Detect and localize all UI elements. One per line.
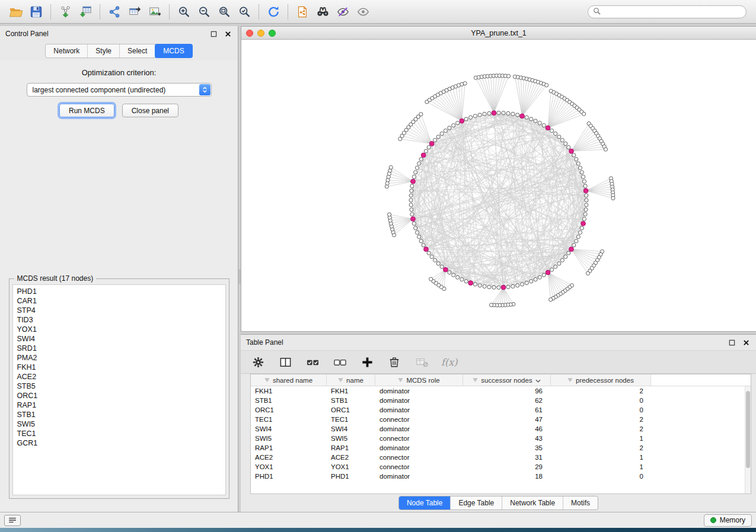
tab-node-table[interactable]: Node Table	[399, 496, 451, 509]
memory-button[interactable]: Memory	[704, 514, 752, 527]
import-table-icon[interactable]	[75, 3, 95, 21]
table-cell: STB1	[251, 397, 327, 404]
map-column-disabled-icon[interactable]	[414, 354, 429, 370]
panel-splitter[interactable]	[238, 26, 241, 512]
tab-select[interactable]: Select	[120, 44, 155, 57]
table-scrollbar[interactable]	[745, 386, 751, 493]
search-input[interactable]	[604, 8, 741, 16]
table-cell: YOX1	[251, 463, 327, 470]
column-header-successor-nodes[interactable]: successor nodes	[463, 374, 551, 386]
toolbar-separator	[50, 4, 51, 20]
optimization-criterion-label: Optimization criterion:	[82, 68, 157, 77]
column-header-name[interactable]: name	[327, 374, 375, 386]
mcds-result-item[interactable]: FKH1	[13, 363, 225, 372]
optimization-criterion-dropdown[interactable]: largest connected component (undirected)	[27, 83, 212, 97]
close-panel-button[interactable]: Close panel	[122, 104, 178, 117]
zoom-in-icon[interactable]	[174, 3, 194, 21]
mcds-result-item[interactable]: SRD1	[13, 344, 225, 353]
open-folder-icon[interactable]	[6, 3, 26, 21]
save-icon[interactable]	[26, 3, 46, 21]
close-table-panel-icon[interactable]	[741, 338, 751, 347]
mcds-result-item[interactable]: STB1	[13, 410, 225, 419]
table-row[interactable]: ORC1ORC1dominator610	[251, 405, 745, 415]
mcds-result-item[interactable]: TEC1	[13, 429, 225, 438]
mcds-result-item[interactable]: YOX1	[13, 325, 225, 334]
zoom-selected-icon[interactable]	[234, 3, 254, 21]
mcds-result-item[interactable]: STB5	[13, 382, 225, 391]
close-panel-icon[interactable]	[223, 29, 232, 39]
table-row[interactable]: PHD1PHD1dominator180	[251, 472, 745, 481]
mcds-result-item[interactable]: ACE2	[13, 372, 225, 382]
control-panel-header: Control Panel	[0, 26, 238, 41]
show-hide-icon[interactable]	[353, 3, 373, 21]
mcds-result-item[interactable]: ORC1	[13, 391, 225, 400]
table-row[interactable]: TEC1TEC1connector472	[251, 415, 745, 424]
run-mcds-button[interactable]: Run MCDS	[59, 104, 114, 117]
float-panel-icon[interactable]	[209, 29, 218, 39]
mcds-result-item[interactable]: PHD1	[13, 287, 225, 296]
table-panel-title: Table Panel	[246, 338, 283, 347]
node-table-header: shared namenameMCDS rolesuccessor nodesp…	[251, 374, 751, 386]
column-header-predecessor-nodes[interactable]: predecessor nodes	[551, 374, 651, 386]
graphics-details-icon[interactable]	[333, 3, 353, 21]
tab-mcds[interactable]: MCDS	[155, 44, 192, 58]
delete-column-icon[interactable]	[387, 354, 402, 370]
function-builder-button[interactable]: f(x)	[441, 357, 457, 368]
tab-network[interactable]: Network	[46, 44, 88, 57]
mcds-result-list[interactable]: PHD1CAR1STP4TID3YOX1SWI4SRD1PMA2FKH1ACE2…	[12, 284, 226, 495]
tab-motifs[interactable]: Motifs	[563, 496, 598, 509]
zoom-fit-icon[interactable]	[214, 3, 234, 21]
import-network-icon[interactable]	[55, 3, 75, 21]
column-header-shared-name[interactable]: shared name	[251, 374, 327, 386]
graph-edges	[411, 113, 586, 287]
table-row[interactable]: ACE2ACE2connector311	[251, 453, 745, 462]
search-network-icon[interactable]	[312, 3, 333, 21]
new-network-icon[interactable]	[104, 3, 125, 21]
main-toolbar	[0, 0, 756, 24]
mcds-result-item[interactable]: GCR1	[13, 438, 225, 448]
hamburger-icon	[8, 515, 17, 525]
tab-network-table[interactable]: Network Table	[502, 496, 563, 509]
table-row[interactable]: FKH1FKH1dominator962	[251, 386, 745, 396]
table-row[interactable]: SWI5SWI5connector431	[251, 434, 745, 443]
splitter-grip[interactable]	[238, 269, 241, 284]
mcds-result-item[interactable]: CAR1	[13, 296, 225, 306]
toolbar-separator	[169, 4, 170, 20]
mcds-result-item[interactable]: RAP1	[13, 400, 225, 410]
table-cell: 62	[463, 397, 551, 404]
export-table-icon[interactable]	[125, 3, 145, 21]
table-row[interactable]: STB1STB1dominator620	[251, 396, 745, 405]
table-cell: 46	[463, 425, 551, 432]
column-header-MCDS-role[interactable]: MCDS role	[375, 374, 463, 386]
table-row[interactable]: RAP1RAP1dominator352	[251, 443, 745, 453]
table-cell: connector	[375, 454, 463, 461]
network-canvas[interactable]	[241, 40, 756, 331]
clone-network-icon[interactable]	[292, 3, 312, 21]
table-row[interactable]: YOX1YOX1connector291	[251, 462, 745, 472]
add-column-icon[interactable]	[359, 354, 375, 370]
deselect-all-icon[interactable]	[332, 354, 347, 370]
search-box[interactable]	[588, 5, 747, 18]
toolbar-icon-group	[6, 3, 373, 21]
network-window-title: YPA_prune.txt_1	[241, 29, 756, 37]
zoom-out-icon[interactable]	[194, 3, 214, 21]
scrollbar-thumb[interactable]	[746, 391, 750, 468]
tab-edge-table[interactable]: Edge Table	[451, 496, 502, 509]
network-window-titlebar[interactable]: YPA_prune.txt_1	[241, 27, 756, 40]
select-all-icon[interactable]	[305, 354, 320, 370]
mcds-result-item[interactable]: SWI5	[13, 419, 225, 429]
table-row[interactable]: SWI4SWI4dominator462	[251, 424, 745, 434]
table-settings-icon[interactable]	[250, 354, 266, 370]
status-menu-button[interactable]	[4, 515, 21, 526]
refresh-network-icon[interactable]	[263, 3, 283, 21]
export-image-icon[interactable]	[145, 3, 165, 21]
mcds-result-item[interactable]: SWI4	[13, 334, 225, 344]
mcds-result-item[interactable]: STP4	[13, 306, 225, 315]
mcds-result-item[interactable]: TID3	[13, 315, 225, 325]
table-cell: PHD1	[251, 473, 327, 480]
mcds-result-item[interactable]: PMA2	[13, 353, 225, 363]
float-table-panel-icon[interactable]	[727, 338, 736, 347]
column-header-filler	[651, 374, 751, 386]
tab-style[interactable]: Style	[88, 44, 120, 57]
split-panel-icon[interactable]	[277, 354, 293, 370]
